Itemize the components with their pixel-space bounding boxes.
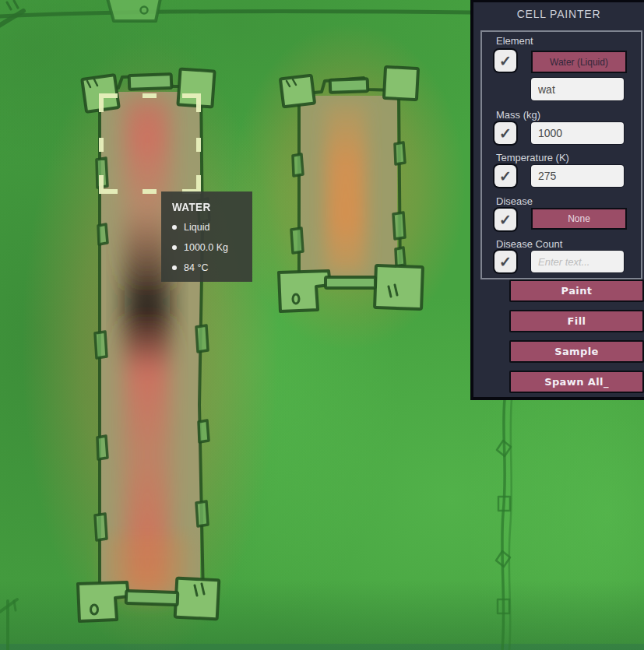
checkmark-icon: ✓ xyxy=(499,253,512,271)
mass-checkbox[interactable]: ✓ xyxy=(494,122,516,144)
panel-title: CELL PAINTER xyxy=(473,8,644,20)
paint-button[interactable]: Paint xyxy=(509,279,644,302)
tooltip-title: WATER xyxy=(172,200,238,213)
checkmark-icon: ✓ xyxy=(499,211,512,229)
sample-button[interactable]: Sample xyxy=(509,340,644,363)
disease-count-checkbox[interactable]: ✓ xyxy=(494,251,516,272)
tooltip-item-temperature: 84 °C xyxy=(172,262,245,273)
bullet-icon xyxy=(172,225,177,230)
element-search-input[interactable] xyxy=(531,78,624,100)
game-screen: WATER Liquid 1000.0 Kg 84 °C CELL PAINTE… xyxy=(0,0,644,650)
temperature-input[interactable] xyxy=(531,165,624,187)
fill-button[interactable]: Fill xyxy=(509,310,644,332)
bullet-icon xyxy=(172,265,177,270)
checkmark-icon: ✓ xyxy=(499,52,512,70)
disease-count-label: Disease Count xyxy=(496,238,562,250)
temperature-label: Temperature (K) xyxy=(496,152,569,163)
bullet-icon xyxy=(172,245,177,250)
temperature-checkbox[interactable]: ✓ xyxy=(494,165,516,187)
checkmark-icon: ✓ xyxy=(499,125,512,142)
disease-select-button[interactable]: None xyxy=(531,208,627,230)
element-label: Element xyxy=(496,35,533,47)
tooltip-item-mass: 1000.0 Kg xyxy=(172,242,245,253)
mass-label: Mass (kg) xyxy=(496,109,540,121)
element-checkbox[interactable]: ✓ xyxy=(494,50,516,72)
cell-tooltip: WATER Liquid 1000.0 Kg 84 °C xyxy=(161,191,252,282)
disease-checkbox[interactable]: ✓ xyxy=(494,209,516,230)
tooltip-item-state: Liquid xyxy=(172,222,245,233)
left-tank xyxy=(78,69,219,621)
spawn-all-button[interactable]: Spawn All_ xyxy=(509,371,644,393)
checkmark-icon: ✓ xyxy=(499,167,512,185)
disease-count-input[interactable] xyxy=(531,251,624,272)
mass-input[interactable] xyxy=(531,122,624,144)
disease-label: Disease xyxy=(496,195,533,207)
element-select-button[interactable]: Water (Liquid) xyxy=(531,51,627,73)
cell-painter-panel: CELL PAINTER Element ✓ Water (Liquid) Ma… xyxy=(470,0,644,400)
